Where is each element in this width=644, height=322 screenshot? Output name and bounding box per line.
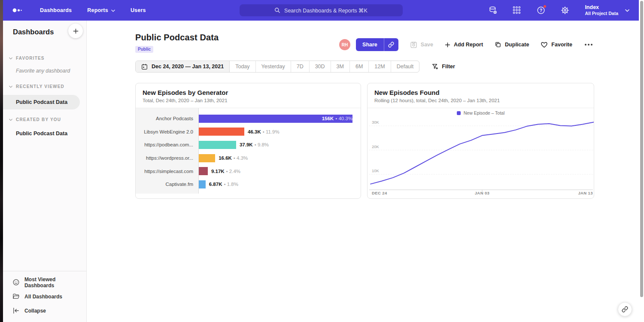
- bar[interactable]: [199, 167, 208, 175]
- chart-legend: New Episode – Total: [368, 108, 594, 118]
- add-report-button[interactable]: Add Report: [445, 42, 483, 48]
- add-dashboard-button[interactable]: [68, 24, 83, 38]
- bar[interactable]: [199, 154, 215, 162]
- bar-category-label: https://podbean.com...: [136, 142, 199, 147]
- funnel-icon: [432, 64, 438, 70]
- sidebar-item-public-podcast-data[interactable]: Public Podcast Data: [3, 95, 80, 109]
- most-viewed-dashboards-button[interactable]: Most Viewed Dashboards: [3, 275, 86, 289]
- date-preset-yesterday[interactable]: Yesterday: [256, 61, 291, 72]
- section-header-created-by-you[interactable]: CREATED BY YOU: [3, 117, 86, 122]
- chevron-down-icon: [9, 118, 12, 121]
- bar-row: Anchor Podcasts156K• 40.3%: [136, 112, 361, 125]
- share-button[interactable]: Share: [356, 38, 384, 51]
- nav-item-users[interactable]: Users: [131, 7, 146, 13]
- folder-icon: [12, 293, 20, 300]
- bar-zone: 37.9K• 9.8%: [199, 141, 361, 149]
- app-logo-icon[interactable]: [12, 8, 24, 13]
- chevron-down-icon: [9, 85, 12, 88]
- favorite-button[interactable]: Favorite: [541, 41, 572, 48]
- more-options-button[interactable]: [584, 42, 593, 47]
- share-link-button[interactable]: [384, 38, 398, 51]
- all-dashboards-button[interactable]: All Dashboards: [3, 289, 86, 304]
- nav-item-reports[interactable]: Reports: [87, 7, 115, 13]
- duplicate-button[interactable]: Duplicate: [495, 41, 529, 48]
- nav-item-label: Dashboards: [40, 7, 72, 13]
- bar-category-label: https://simplecast.com: [136, 169, 199, 174]
- bar-value-label: 156K• 40.3%: [322, 116, 352, 121]
- legend-label: New Episode – Total: [464, 110, 505, 115]
- svg-text:JAN 03: JAN 03: [475, 191, 490, 195]
- section-header-favorites[interactable]: FAVORITES: [3, 56, 86, 61]
- bar-category-label: https://wordpress.or...: [136, 155, 199, 161]
- bar[interactable]: [199, 141, 236, 149]
- collapse-icon: [12, 307, 20, 314]
- bar-value-label: 6.87K• 1.8%: [209, 182, 238, 187]
- card-subtitle: Total, Dec 24th, 2020 – Jan 13th, 2021: [143, 98, 354, 103]
- save-icon: [410, 41, 417, 49]
- chevron-down-icon: [111, 9, 115, 12]
- date-preset-30d[interactable]: 30D: [310, 61, 331, 72]
- sidebar-title: Dashboards: [13, 28, 54, 36]
- svg-text:JAN 13: JAN 13: [578, 191, 593, 195]
- calendar-icon: [141, 64, 148, 70]
- line-chart-svg[interactable]: 30K20K10KDEC 24JAN 03JAN 13: [368, 118, 594, 197]
- bar[interactable]: [199, 180, 206, 188]
- bar-rows: Anchor Podcasts156K• 40.3%Libsyn WebEngi…: [136, 108, 361, 191]
- date-preset-12m[interactable]: 12M: [369, 61, 391, 72]
- sidebar: Dashboards FAVORITES Favorite any dashbo…: [3, 21, 87, 322]
- sidebar-item-public-podcast-data-created[interactable]: Public Podcast Data: [3, 129, 86, 138]
- smiley-icon: [12, 279, 20, 286]
- notification-dot: [543, 5, 547, 8]
- page-actions: RH Share Save Add Report Duplicate: [339, 38, 593, 51]
- line-chart[interactable]: 30K20K10KDEC 24JAN 03JAN 13: [368, 118, 594, 197]
- public-badge: Public: [135, 46, 153, 53]
- save-button[interactable]: Save: [410, 41, 433, 49]
- main-content: Public Podcast Data Public RH Share Save…: [87, 21, 639, 322]
- date-preset-6m[interactable]: 6M: [350, 61, 369, 72]
- svg-text:DEC 24: DEC 24: [372, 191, 387, 195]
- date-preset-3m[interactable]: 3M: [331, 61, 350, 72]
- nav-items: DashboardsReportsUsers: [40, 7, 146, 13]
- date-range-picker[interactable]: Dec 24, 2020 — Jan 13, 2021: [136, 61, 230, 72]
- nav-item-label: Reports: [87, 7, 108, 13]
- workspace-switcher[interactable]: Index All Project Data: [585, 4, 629, 17]
- nav-item-dashboards[interactable]: Dashboards: [40, 7, 72, 13]
- settings-icon[interactable]: [561, 6, 569, 15]
- help-icon[interactable]: ?: [537, 6, 545, 15]
- floating-link-button[interactable]: [618, 302, 632, 316]
- avatar[interactable]: RH: [339, 39, 350, 50]
- data-sources-icon[interactable]: [489, 6, 497, 15]
- section-header-recently-viewed[interactable]: RECENTLY VIEWED: [3, 84, 86, 89]
- date-preset-today[interactable]: Today: [230, 61, 255, 72]
- card-title: New Episodes Found: [374, 89, 587, 96]
- chevron-down-icon: [625, 9, 629, 12]
- bar-value-label: 16.6K• 4.3%: [219, 155, 248, 161]
- sidebar-footer: Most Viewed Dashboards All Dashboards Co…: [3, 271, 86, 322]
- date-preset-7d[interactable]: 7D: [291, 61, 310, 72]
- bar-category-label: Libsyn WebEngine 2.0: [136, 129, 199, 134]
- svg-text:?: ?: [540, 8, 542, 13]
- collapse-sidebar-button[interactable]: Collapse: [3, 304, 86, 318]
- filter-button[interactable]: Filter: [432, 64, 455, 70]
- card-new-episodes-found: New Episodes Found Rolling (12 hours), t…: [367, 83, 594, 199]
- workspace-name: Index: [585, 4, 618, 11]
- bar-row: Captivate.fm6.87K• 1.8%: [136, 178, 361, 191]
- card-subtitle: Rolling (12 hours), total, Dec 24th, 202…: [374, 98, 587, 103]
- date-range-group: Dec 24, 2020 — Jan 13, 2021 TodayYesterd…: [135, 61, 419, 73]
- search-placeholder: Search Dashboards & Reports ⌘K: [284, 7, 368, 14]
- bar-row: https://podbean.com...37.9K• 9.8%: [136, 138, 361, 152]
- bar-chart[interactable]: Anchor Podcasts156K• 40.3%Libsyn WebEngi…: [136, 108, 361, 199]
- top-nav: DashboardsReportsUsers Search Dashboards…: [3, 0, 639, 21]
- card-new-episodes-by-generator: New Episodes by Generator Total, Dec 24t…: [135, 83, 361, 199]
- plus-icon: [445, 42, 450, 48]
- date-preset-default[interactable]: Default: [391, 61, 419, 72]
- desktop-edge-strip: [0, 0, 3, 322]
- search-input[interactable]: Search Dashboards & Reports ⌘K: [240, 4, 403, 16]
- share-button-group: Share: [356, 38, 398, 51]
- date-presets: TodayYesterday7D30D3M6M12MDefault: [230, 61, 419, 72]
- bar-row: https://simplecast.com9.17K• 2.4%: [136, 164, 361, 178]
- bar[interactable]: [199, 128, 244, 136]
- bar-category-label: Anchor Podcasts: [136, 116, 199, 121]
- apps-grid-icon[interactable]: [513, 6, 521, 15]
- scrollbar-thumb[interactable]: [640, 1, 643, 297]
